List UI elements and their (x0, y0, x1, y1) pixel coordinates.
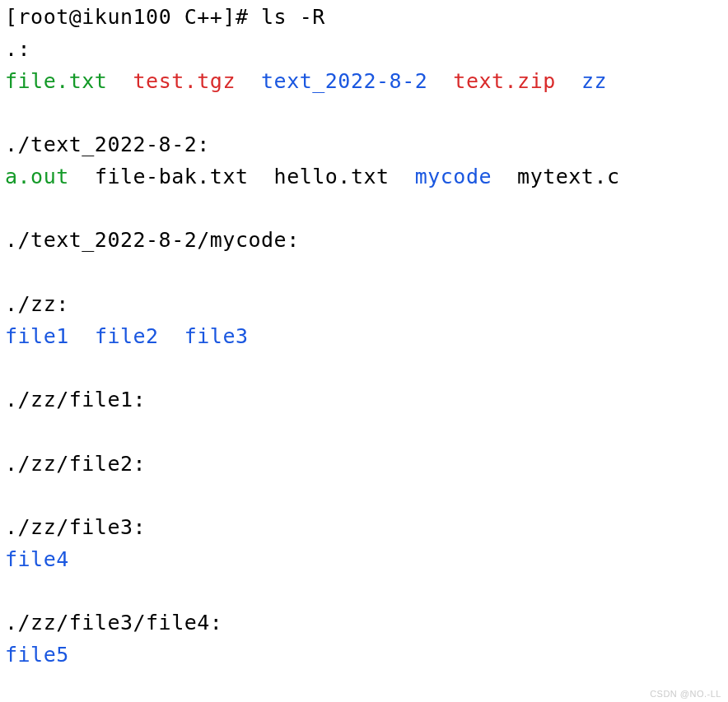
prompt-close: ]# (222, 5, 261, 29)
dir-header: ./zz/file1: (5, 388, 146, 411)
ls-entry: hello.txt (274, 165, 390, 188)
prompt-command: ls -R (261, 5, 325, 29)
watermark: CSDN @NO.-LL (650, 689, 721, 699)
dir-header: .: (5, 37, 30, 61)
ls-entry: zz (581, 69, 607, 93)
dir-header: ./zz/file3: (5, 515, 146, 539)
dir-header: ./zz/file2: (5, 452, 146, 476)
ls-entry: a.out (5, 165, 69, 188)
ls-entry: file1 (5, 324, 69, 348)
dir-header: ./text_2022-8-2/mycode: (5, 228, 300, 252)
ls-entry: file.txt (5, 69, 107, 93)
ls-entry: text.zip (453, 69, 555, 93)
ls-entry: file-bak.txt (95, 165, 249, 188)
ls-entry: mytext.c (517, 165, 619, 188)
prompt-userhost: root@ikun100 (18, 5, 184, 29)
prompt-line: [root@ikun100 C++]# ls -R (5, 5, 325, 29)
prompt-cwd: C++ (184, 5, 223, 29)
ls-entry: test.tgz (133, 69, 236, 93)
ls-entry: file4 (5, 547, 69, 571)
prompt-open: [ (5, 5, 18, 29)
ls-entry: mycode (415, 165, 492, 188)
ls-entry: file5 (5, 643, 69, 667)
ls-entry: file3 (184, 324, 249, 348)
dir-header: ./zz/file3/file4: (5, 611, 222, 635)
dir-header: ./zz: (5, 292, 69, 316)
ls-entry: text_2022-8-2 (261, 69, 427, 93)
dir-header: ./text_2022-8-2: (5, 132, 210, 156)
terminal-output[interactable]: [root@ikun100 C++]# ls -R .: file.txt te… (5, 2, 723, 702)
ls-entry: file2 (95, 324, 159, 348)
